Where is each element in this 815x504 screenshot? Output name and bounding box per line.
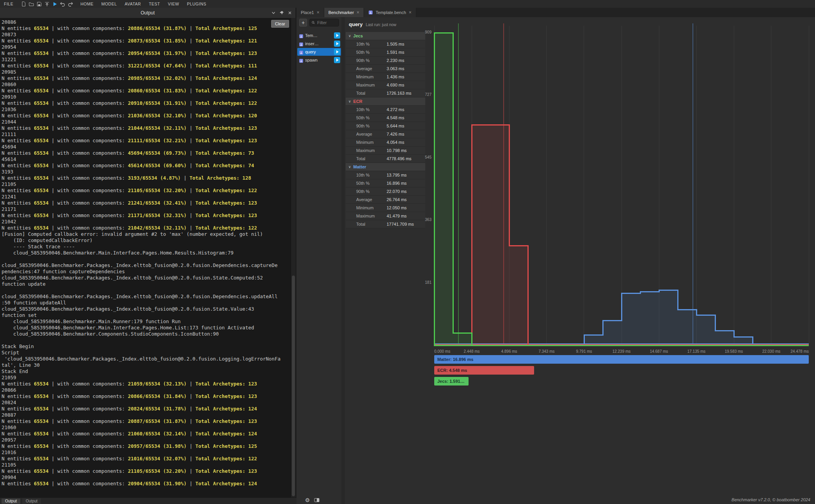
log-highlight: Total Archetypes: 122	[195, 88, 257, 94]
log-line: 21105	[2, 181, 294, 187]
dock-tab-output[interactable]: Output	[22, 499, 41, 504]
stat-row: Total17741.709 ms	[346, 220, 425, 228]
publish-icon[interactable]	[43, 1, 51, 7]
log-text: 20954	[2, 44, 16, 50]
log-highlight: 20887/65534 (31.87%)	[128, 418, 187, 424]
theme-icon	[314, 497, 320, 503]
chevron-down-icon[interactable]	[270, 9, 277, 16]
run-benchmark-button[interactable]	[334, 32, 340, 39]
log-line: N entities 65534 | with common component…	[2, 75, 294, 81]
settings-gear-button[interactable]: ⚙	[304, 497, 311, 504]
log-line: N entities 65534 | with common component…	[2, 468, 294, 474]
stat-label: 90th %	[356, 124, 369, 128]
log-text: 45614	[2, 156, 16, 162]
run-benchmark-button[interactable]	[334, 49, 340, 55]
clear-output-button[interactable]: Clear	[271, 20, 289, 28]
log-highlight: 65534	[34, 150, 49, 156]
log-text: |	[186, 225, 195, 231]
log-text: 45694	[2, 144, 16, 150]
new-file-icon[interactable]	[20, 1, 27, 7]
add-benchmark-button[interactable]: +	[299, 19, 307, 27]
theme-toggle-button[interactable]	[313, 497, 320, 504]
menu-model[interactable]: MODEL	[98, 0, 121, 8]
log-line: function update	[2, 281, 294, 287]
benchmark-icon	[299, 58, 304, 62]
log-highlight: Total Archetypes: 123	[195, 50, 257, 56]
log-line: 21036	[2, 106, 294, 113]
document-tab-bar: Place1×Benchmarker×Template.bench×	[297, 8, 815, 18]
log-highlight: 21044/65534 (32.11%)	[128, 125, 187, 131]
log-text: N entities	[2, 381, 34, 387]
benchmark-item[interactable]: inser…	[297, 40, 341, 48]
log-line: pendencies:47 function captureDependenci…	[2, 269, 294, 275]
document-tab-benchmarker[interactable]: Benchmarker×	[324, 8, 364, 17]
benchmark-item[interactable]: query	[297, 48, 341, 56]
menu-plugins[interactable]: PLUGINS	[183, 0, 210, 8]
redo-icon[interactable]	[66, 1, 74, 7]
log-line: 20887	[2, 412, 294, 418]
stats-section-header-matter[interactable]: ∨Matter	[346, 163, 425, 171]
menu-avatar[interactable]: AVATAR	[121, 0, 145, 8]
undo-icon[interactable]	[59, 1, 66, 7]
log-line: 21111	[2, 131, 294, 138]
menu-home[interactable]: HOME	[76, 0, 98, 8]
filter-input[interactable]	[316, 20, 337, 25]
stats-section-header-jecs[interactable]: ∨Jecs	[346, 32, 425, 40]
chevron-down-icon: ∨	[348, 165, 351, 169]
log-text: N entities	[2, 138, 34, 143]
filter-box[interactable]	[309, 19, 339, 27]
log-text: | with common components:	[48, 225, 128, 231]
document-tab-template-bench[interactable]: Template.bench×	[364, 8, 416, 17]
log-line: (ID: computedCallbackError)	[2, 237, 294, 244]
log-text: |	[186, 381, 195, 387]
log-line: N entities 65534 | with common component…	[2, 381, 294, 387]
document-tab-place1[interactable]: Place1×	[297, 8, 324, 17]
stat-row: Maximum41.479 ms	[346, 212, 425, 220]
output-scrollbar[interactable]	[291, 18, 295, 497]
log-line: N entities 65534 | with common component…	[2, 125, 294, 131]
log-text: |	[186, 88, 195, 94]
stat-label: Maximum	[356, 214, 375, 218]
log-text: 21105	[2, 181, 16, 187]
benchmark-item[interactable]: Tem…	[297, 32, 341, 39]
log-highlight: 20904/65534 (31.90%)	[128, 481, 187, 486]
log-line: 20957	[2, 437, 294, 443]
log-text: N entities	[2, 175, 34, 181]
save-icon[interactable]	[35, 1, 43, 7]
log-line	[2, 287, 294, 294]
log-text: | with common components:	[48, 50, 128, 56]
play-icon	[336, 42, 339, 45]
scrollbar-thumb[interactable]	[292, 276, 295, 496]
log-highlight: 20824/65534 (31.78%)	[128, 406, 187, 412]
run-benchmark-button[interactable]	[334, 57, 340, 63]
log-text: | with common components:	[48, 125, 128, 131]
log-text: |	[186, 212, 195, 218]
stat-value: 7.426 ms	[387, 132, 404, 136]
log-text: N entities	[2, 418, 34, 424]
close-icon[interactable]: ×	[317, 11, 320, 14]
stats-section-header-ecr[interactable]: ∨ECR	[346, 97, 425, 106]
log-text: cloud_5853950046.Benchmarker.Main.Interf…	[2, 325, 254, 331]
close-icon[interactable]: ×	[409, 11, 412, 14]
pin-icon[interactable]	[278, 9, 285, 16]
menu-test[interactable]: TEST	[145, 0, 164, 8]
benchmark-label: inser…	[305, 41, 332, 46]
play-icon[interactable]	[51, 1, 59, 7]
log-text: 31221	[2, 57, 16, 62]
log-text: | with common components:	[48, 212, 128, 218]
log-text: | with common components:	[48, 163, 128, 168]
menu-file[interactable]: FILE	[0, 0, 17, 8]
run-benchmark-button[interactable]	[334, 41, 340, 47]
benchmark-item[interactable]: spawn	[297, 56, 341, 64]
log-highlight: Total Archetypes: 123	[195, 418, 257, 424]
close-icon[interactable]	[286, 9, 293, 16]
open-icon[interactable]	[27, 1, 35, 7]
log-text: N entities	[2, 225, 34, 231]
menu-view[interactable]: VIEW	[164, 0, 183, 8]
log-highlight: Total Archetypes: 123	[195, 125, 257, 131]
log-text: N entities	[2, 187, 34, 193]
dock-tab-output[interactable]: Output	[2, 499, 20, 504]
close-icon[interactable]: ×	[357, 11, 359, 14]
output-log: 20886N entities 65534 | with common comp…	[0, 18, 295, 488]
log-text: |	[186, 481, 195, 486]
